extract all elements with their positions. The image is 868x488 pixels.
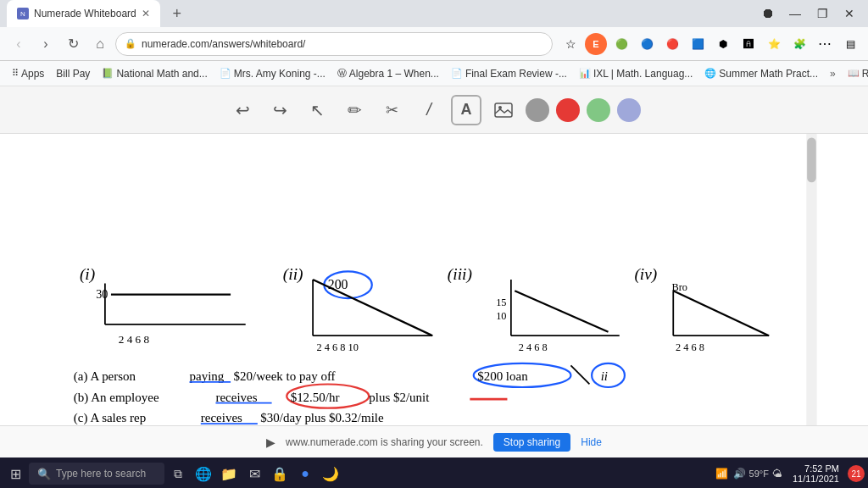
pen-tool[interactable]: ✏	[339, 95, 370, 125]
svg-text:receives: receives	[201, 411, 242, 424]
summer-math-icon: 🌐	[704, 68, 716, 79]
svg-text:$200 loan: $200 loan	[477, 369, 528, 383]
final-exam-icon: 📄	[451, 68, 463, 79]
browser-menu[interactable]: ⋯	[814, 33, 836, 55]
taskbar-explorer[interactable]: 📁	[217, 462, 241, 485]
tab-close-button[interactable]: ✕	[142, 8, 150, 19]
svg-text:2 4 6 8: 2 4 6 8	[119, 333, 150, 346]
extension-icon-2[interactable]: 🔵	[636, 33, 658, 55]
bookmark-more-button[interactable]: »	[825, 66, 841, 81]
line-tool[interactable]: /	[414, 95, 444, 125]
tab-title: Numerade Whiteboard	[34, 8, 136, 19]
color-green[interactable]	[587, 98, 610, 122]
undo-button[interactable]: ↩	[227, 95, 258, 125]
color-gray[interactable]	[526, 98, 549, 122]
extensions-button[interactable]: 🧩	[788, 33, 810, 55]
taskbar-mail[interactable]: ✉	[242, 462, 266, 485]
hide-button[interactable]: Hide	[581, 436, 602, 448]
color-purple[interactable]	[617, 98, 641, 122]
extension-icon-5[interactable]: ⬢	[712, 33, 734, 55]
bookmark-amy-label: Mrs. Amy Koning -...	[234, 68, 326, 80]
minimize-button[interactable]: —	[783, 5, 807, 22]
extension-icon-6[interactable]: 🅰	[737, 33, 760, 55]
start-button[interactable]: ⊞	[3, 462, 27, 485]
svg-text:2 4 6 8 10: 2 4 6 8 10	[317, 341, 359, 353]
restore-button[interactable]: ❐	[810, 5, 834, 22]
bookmark-ixl-label: IXL | Math. Languag...	[593, 68, 693, 80]
media-button[interactable]: ⏺	[756, 5, 780, 22]
stop-sharing-button[interactable]: Stop sharing	[493, 433, 570, 452]
search-icon: 🔍	[37, 468, 51, 480]
sharing-icon: ▶	[266, 435, 275, 449]
whiteboard-drawing-area[interactable]: (i) 30 2 4 6 8 (ii) 200 2 4 6 8 10 (iii)…	[0, 134, 868, 425]
search-placeholder: Type here to search	[56, 468, 146, 480]
profile-icon[interactable]: E	[585, 33, 607, 55]
redo-button[interactable]: ↪	[264, 95, 295, 125]
bookmark-amy-koning[interactable]: 📄 Mrs. Amy Koning -...	[214, 66, 331, 81]
forward-button[interactable]: ›	[34, 32, 58, 56]
bookmark-national-math[interactable]: 📗 National Math and...	[97, 66, 212, 81]
taskbar-chrome[interactable]: ●	[293, 462, 317, 485]
bookmark-final-exam-label: Final Exam Review -...	[465, 68, 567, 80]
navigation-bar: ‹ › ↻ ⌂ 🔒 numerade.com/answers/whiteboar…	[0, 27, 868, 61]
close-button[interactable]: ✕	[837, 5, 861, 22]
bookmark-ixl[interactable]: 📊 IXL | Math. Languag...	[574, 66, 698, 81]
extension-icon-7[interactable]: ⭐	[763, 33, 785, 55]
select-tool[interactable]: ↖	[302, 95, 332, 125]
browser-tab[interactable]: N Numerade Whiteboard ✕	[7, 0, 160, 27]
bookmark-billpay[interactable]: Bill Pay	[51, 66, 95, 81]
svg-text:paying: paying	[190, 369, 225, 383]
sidebar-button[interactable]: ▤	[839, 33, 861, 55]
bookmarks-bar: ⠿ Apps Bill Pay 📗 National Math and... 📄…	[0, 61, 868, 86]
taskbar-app1[interactable]: 🔒	[268, 462, 292, 485]
taskbar-search[interactable]: 🔍 Type here to search	[29, 463, 164, 485]
algebra-icon: Ⓦ	[337, 67, 347, 80]
svg-text:receives: receives	[215, 391, 257, 404]
new-tab-button[interactable]: +	[165, 2, 189, 25]
notification-badge[interactable]: 21	[848, 465, 865, 482]
svg-text:(b) An employee: (b) An employee	[74, 391, 159, 405]
svg-rect-2	[51, 134, 816, 425]
svg-text:ii: ii	[601, 369, 608, 383]
window-controls: ⏺ — ❐ ✕	[756, 5, 861, 22]
task-view-button[interactable]: ⧉	[166, 462, 190, 485]
svg-text:2 4 6 8: 2 4 6 8	[519, 341, 548, 353]
weather-temp: 59°F	[749, 469, 769, 479]
volume-icon[interactable]: 🔊	[732, 468, 748, 480]
svg-text:(iv): (iv)	[634, 265, 657, 284]
bookmark-final-exam[interactable]: 📄 Final Exam Review -...	[446, 66, 572, 81]
bookmark-summer-math[interactable]: 🌐 Summer Math Pract...	[699, 66, 823, 81]
back-button[interactable]: ‹	[7, 32, 31, 56]
extension-icon-3[interactable]: 🔴	[661, 33, 683, 55]
sharing-message: www.numerade.com is sharing your screen.	[286, 436, 483, 448]
svg-text:200: 200	[328, 277, 348, 291]
taskbar-time-display[interactable]: 7:52 PM 11/11/2021	[787, 463, 844, 484]
taskbar-browser[interactable]: 🌐	[192, 462, 215, 485]
color-red[interactable]	[556, 98, 580, 122]
nav-icon-group: ☆ E 🟢 🔵 🔴 🟦 ⬢ 🅰 ⭐ 🧩 ⋯ ▤	[559, 33, 861, 55]
reading-list-button[interactable]: 📖 Reading list	[843, 66, 868, 81]
extension-icon-1[interactable]: 🟢	[610, 33, 632, 55]
whiteboard-canvas[interactable]: (i) 30 2 4 6 8 (ii) 200 2 4 6 8 10 (iii)…	[0, 134, 868, 425]
reading-list-icon: 📖	[848, 68, 860, 79]
tools-button[interactable]: ✂	[376, 95, 407, 125]
sharing-bar: ▶ www.numerade.com is sharing your scree…	[0, 425, 868, 458]
favorites-icon[interactable]: ☆	[559, 33, 581, 55]
text-tool[interactable]: A	[451, 95, 481, 125]
bookmark-algebra[interactable]: Ⓦ Algebra 1 – When...	[332, 65, 444, 81]
image-tool[interactable]	[488, 95, 519, 125]
bookmark-apps[interactable]: ⠿ Apps	[7, 66, 49, 81]
refresh-button[interactable]: ↻	[61, 32, 85, 56]
bookmark-national-math-label: National Math and...	[116, 68, 207, 80]
address-bar[interactable]: 🔒 numerade.com/answers/whiteboard/	[115, 32, 553, 56]
whiteboard-toolbar: ↩ ↪ ↖ ✏ ✂ / A	[0, 86, 868, 134]
taskbar-app2[interactable]: 🌙	[319, 462, 342, 485]
wifi-icon[interactable]: 📶	[714, 468, 730, 480]
home-button[interactable]: ⌂	[88, 32, 112, 56]
system-tray: 📶 🔊 59°F 🌤	[714, 468, 784, 480]
svg-rect-0	[495, 103, 512, 117]
svg-text:10: 10	[496, 310, 506, 322]
bookmark-summer-math-label: Summer Math Pract...	[719, 68, 818, 80]
extension-icon-4[interactable]: 🟦	[687, 33, 709, 55]
bookmark-billpay-label: Bill Pay	[56, 68, 90, 80]
